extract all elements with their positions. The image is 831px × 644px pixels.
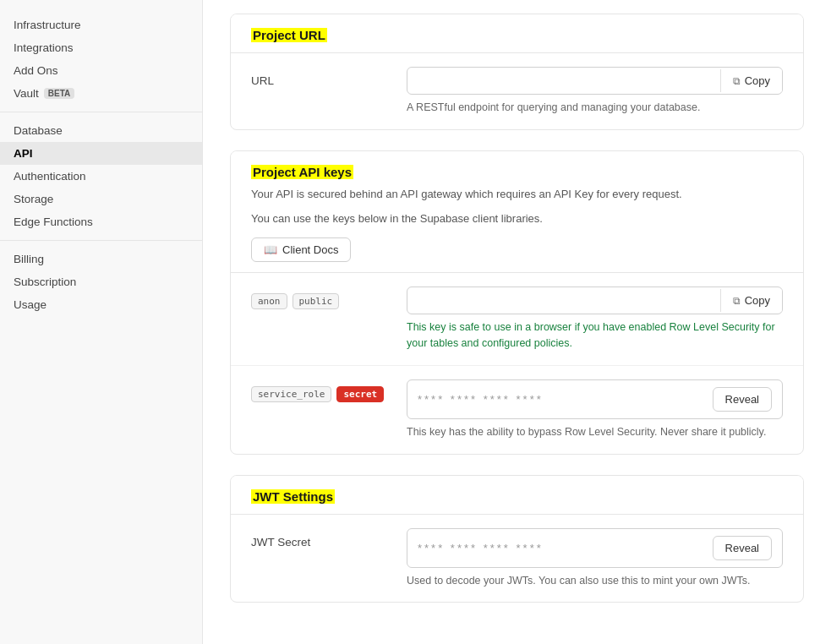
sidebar-item-label: Vault [14, 87, 39, 100]
project-api-keys-body: anon public ⧉ Copy This key is safe [231, 273, 803, 453]
project-api-keys-desc2: You can use the keys below in the Supaba… [251, 210, 783, 228]
jwt-settings-header: JWT Settings [231, 476, 803, 515]
anon-key-row: anon public ⧉ Copy This key is safe [231, 273, 803, 366]
anon-label-col: anon public [251, 287, 386, 309]
project-url-body: URL ⧉ Copy A RESTful endpoint for queryi… [231, 53, 803, 129]
sidebar-item-api[interactable]: API [0, 142, 202, 165]
anon-key-desc: This key is safe to use in a browser if … [407, 319, 783, 352]
sidebar-item-infrastructure[interactable]: Infrastructure [0, 14, 202, 36]
sidebar-item-label: Billing [14, 253, 44, 265]
copy-icon-anon: ⧉ [733, 295, 741, 307]
project-url-section: Project URL URL ⧉ Copy [230, 14, 804, 130]
jwt-settings-body: JWT Secret **** **** **** **** Reveal Us… [231, 515, 803, 603]
jwt-reveal-label: Reveal [725, 542, 759, 554]
service-role-desc: This key has the ability to bypass Row L… [407, 424, 783, 440]
sidebar-item-integrations[interactable]: Integrations [0, 36, 202, 59]
sidebar-item-usage[interactable]: Usage [0, 293, 202, 316]
service-role-tags: service_role secret [251, 386, 386, 402]
anon-copy-button[interactable]: ⧉ Copy [720, 289, 782, 312]
jwt-secret-label-col: JWT Secret [251, 528, 386, 548]
main-content: Project URL URL ⧉ Copy [203, 0, 831, 644]
sidebar-item-label: Usage [14, 298, 46, 311]
sidebar-item-label: Authentication [14, 170, 86, 183]
sidebar-item-label: Add Ons [14, 64, 58, 77]
project-api-keys-header: Project API keys Your API is secured beh… [231, 151, 803, 274]
url-label: URL [251, 74, 274, 87]
sidebar-item-label: Subscription [14, 276, 76, 288]
copy-icon: ⧉ [733, 75, 741, 87]
anon-key-input[interactable] [407, 287, 720, 314]
sidebar-item-authentication[interactable]: Authentication [0, 165, 202, 188]
url-desc: A RESTful endpoint for querying and mana… [407, 100, 783, 116]
jwt-secret-masked-wrapper: **** **** **** **** Reveal [407, 528, 783, 568]
jwt-secret-desc: Used to decode your JWTs. You can also u… [407, 573, 783, 589]
anon-tag: anon [251, 293, 287, 309]
anon-copy-label: Copy [745, 294, 770, 307]
jwt-secret-reveal-button[interactable]: Reveal [713, 536, 772, 560]
service-role-value-col: **** **** **** **** Reveal This key has … [407, 379, 783, 440]
anon-tags: anon public [251, 293, 386, 309]
sidebar-item-storage[interactable]: Storage [0, 188, 202, 210]
jwt-settings-section: JWT Settings JWT Secret **** **** **** *… [230, 475, 804, 603]
anon-value-col: ⧉ Copy This key is safe to use in a brow… [407, 287, 783, 352]
url-value-col: ⧉ Copy A RESTful endpoint for querying a… [407, 67, 783, 116]
url-input[interactable] [407, 68, 720, 94]
sidebar-item-label: API [14, 147, 33, 160]
service-role-label-col: service_role secret [251, 379, 386, 402]
sidebar-item-label: Database [14, 124, 63, 137]
client-docs-button[interactable]: 📖 Client Docs [251, 237, 351, 262]
vault-badge: BETA [44, 88, 74, 99]
jwt-settings-title: JWT Settings [251, 489, 335, 504]
sidebar-item-billing[interactable]: Billing [0, 248, 202, 270]
jwt-secret-label: JWT Secret [251, 536, 310, 548]
service-role-reveal-button[interactable]: Reveal [713, 387, 772, 412]
url-field-row: URL ⧉ Copy A RESTful endpoint for queryi… [231, 53, 803, 129]
sidebar-item-label: Storage [14, 193, 53, 205]
sidebar-item-label: Edge Functions [14, 216, 93, 228]
project-api-keys-desc1: Your API is secured behind an API gatewa… [251, 186, 783, 204]
jwt-secret-value-col: **** **** **** **** Reveal Used to decod… [407, 528, 783, 589]
url-label-col: URL [251, 67, 386, 87]
url-copy-button[interactable]: ⧉ Copy [720, 69, 782, 92]
secret-tag: secret [336, 386, 384, 402]
sidebar-divider-1 [0, 112, 202, 112]
service-role-masked-wrapper: **** **** **** **** Reveal [407, 379, 783, 419]
sidebar-item-label: Infrastructure [14, 19, 81, 31]
project-url-header: Project URL [231, 14, 803, 53]
book-icon: 📖 [264, 243, 277, 256]
sidebar-item-subscription[interactable]: Subscription [0, 270, 202, 293]
sidebar-item-vault[interactable]: Vault BETA [0, 82, 202, 105]
url-input-wrapper: ⧉ Copy [407, 67, 783, 95]
sidebar-item-label: Integrations [14, 41, 74, 54]
public-tag: public [292, 293, 340, 309]
project-url-title: Project URL [251, 28, 327, 42]
sidebar-item-add-ons[interactable]: Add Ons [0, 59, 202, 82]
project-api-keys-section: Project API keys Your API is secured beh… [230, 150, 804, 455]
service-role-row: service_role secret **** **** **** **** … [231, 366, 803, 454]
service-role-masked: **** **** **** **** [418, 393, 544, 406]
sidebar-item-edge-functions[interactable]: Edge Functions [0, 210, 202, 233]
client-docs-label: Client Docs [282, 243, 338, 256]
project-api-keys-title: Project API keys [251, 165, 353, 179]
jwt-secret-masked: **** **** **** **** [418, 542, 544, 554]
sidebar: Infrastructure Integrations Add Ons Vaul… [0, 0, 203, 644]
anon-input-wrapper: ⧉ Copy [407, 287, 783, 314]
service-role-reveal-label: Reveal [725, 393, 759, 406]
sidebar-item-database[interactable]: Database [0, 119, 202, 142]
url-copy-label: Copy [745, 74, 770, 87]
sidebar-divider-2 [0, 240, 202, 241]
service-role-tag: service_role [251, 386, 331, 402]
jwt-secret-row: JWT Secret **** **** **** **** Reveal Us… [231, 515, 803, 603]
